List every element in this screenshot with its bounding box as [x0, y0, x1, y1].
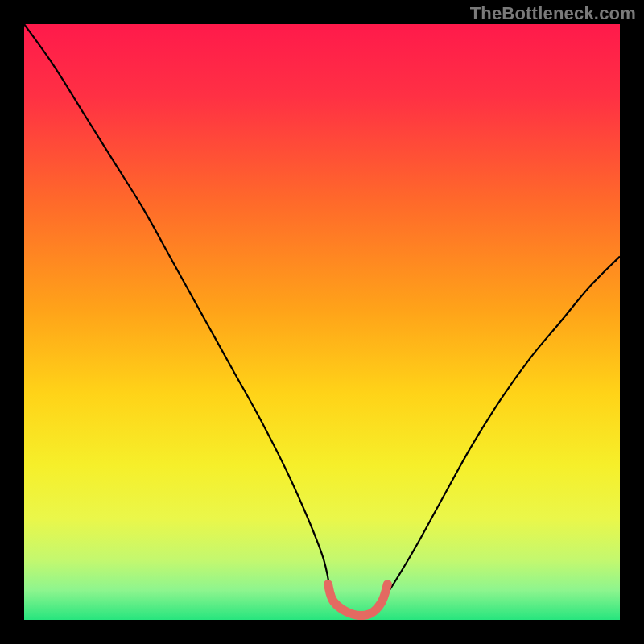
chart-plot-area: [24, 24, 620, 620]
gradient-background: [24, 24, 620, 620]
watermark-label: TheBottleneck.com: [470, 3, 636, 24]
chart-frame: TheBottleneck.com: [0, 0, 644, 644]
bottleneck-chart: [24, 24, 620, 620]
